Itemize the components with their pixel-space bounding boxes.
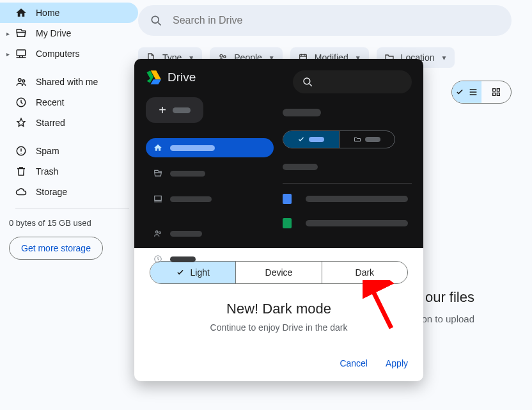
nav-spam[interactable]: Spam (0, 141, 138, 161)
cloud-icon (15, 186, 27, 198)
check-icon (455, 88, 464, 97)
svg-point-16 (159, 232, 160, 233)
search-icon (302, 76, 313, 88)
svg-point-5 (152, 16, 159, 23)
svg-point-6 (220, 54, 223, 57)
dialog-subtitle: Continue to enjoy Drive in the dark (134, 322, 423, 333)
placeholder-bar (283, 164, 318, 170)
home-icon (15, 7, 27, 19)
placeholder-bar (170, 231, 202, 237)
shared-icon (153, 229, 162, 238)
search-icon (150, 14, 162, 27)
placeholder-bar (170, 145, 215, 151)
dialog-actions: Cancel Apply (134, 333, 423, 381)
chevron-down-icon: ▼ (441, 54, 448, 61)
view-toggle (451, 81, 512, 104)
list-icon (468, 87, 478, 97)
svg-rect-0 (17, 50, 26, 56)
nav-starred[interactable]: Starred (0, 113, 138, 133)
nav-label: Storage (36, 187, 67, 197)
svg-rect-10 (497, 89, 499, 91)
check-icon (297, 136, 305, 143)
grid-icon (491, 87, 501, 97)
plus-icon: + (159, 103, 166, 118)
nav-label: Trash (36, 166, 58, 177)
nav-storage[interactable]: Storage (0, 182, 138, 202)
nav-trash[interactable]: Trash (0, 161, 138, 182)
svg-rect-9 (493, 89, 496, 91)
divider (283, 183, 412, 184)
star-icon (15, 117, 27, 129)
nav-label: Computers (36, 49, 79, 59)
search-input[interactable] (171, 14, 500, 27)
svg-point-13 (304, 78, 310, 84)
placeholder-bar (365, 137, 380, 142)
sidebar: Home ▸ My Drive ▸ Computers Shared with … (0, 0, 138, 410)
my-drive-icon (15, 28, 27, 39)
nav-my-drive[interactable]: ▸ My Drive (0, 23, 138, 43)
placeholder-bar (170, 196, 212, 202)
expand-icon[interactable]: ▸ (6, 51, 10, 58)
nav-label: My Drive (36, 28, 71, 38)
svg-point-15 (156, 231, 159, 233)
nav-label: Recent (36, 97, 64, 107)
search-bar[interactable] (138, 5, 512, 36)
empty-sub: on to upload (421, 313, 474, 324)
dialog-title: New! Dark mode (134, 301, 423, 317)
svg-rect-12 (497, 93, 499, 95)
cancel-button[interactable]: Cancel (340, 358, 368, 368)
placeholder-bar (283, 109, 321, 116)
my-drive-icon (153, 169, 162, 178)
nav-label: Shared with me (36, 77, 98, 87)
placeholder-bar (170, 256, 196, 262)
spam-icon (15, 145, 27, 157)
preview-search (293, 70, 412, 93)
preview-nav (146, 138, 274, 269)
preview-content (283, 109, 412, 242)
drive-logo-icon (146, 70, 161, 84)
preview-toggle (283, 130, 395, 148)
svg-point-2 (22, 80, 25, 83)
nav-label: Home (36, 8, 59, 18)
recent-icon (15, 97, 27, 108)
nav-computers[interactable]: ▸ Computers (0, 43, 138, 64)
placeholder-bar (170, 171, 205, 177)
placeholder-bar (306, 196, 408, 202)
segment-dark[interactable]: Dark (322, 262, 407, 283)
expand-icon[interactable]: ▸ (6, 30, 10, 37)
get-storage-button[interactable]: Get more storage (9, 237, 103, 260)
trash-icon (15, 166, 27, 177)
placeholder-bar (309, 137, 324, 142)
brand-label: Drive (168, 70, 196, 84)
computers-icon (15, 48, 27, 59)
apply-button[interactable]: Apply (386, 358, 408, 368)
home-icon (153, 143, 162, 152)
svg-rect-14 (155, 196, 162, 200)
segment-label: Dark (356, 267, 375, 278)
recent-icon (153, 255, 162, 264)
nav-label: Spam (36, 146, 59, 156)
folder-icon (354, 136, 361, 143)
docs-icon (283, 194, 292, 204)
sheets-icon (283, 218, 292, 228)
svg-rect-11 (493, 93, 496, 95)
placeholder-bar (173, 107, 191, 113)
segment-label: Device (265, 267, 293, 278)
empty-title: our files (425, 289, 474, 306)
view-grid[interactable] (481, 81, 511, 103)
storage-quota: 0 bytes of 15 GB used (0, 218, 138, 228)
computers-icon (153, 194, 162, 203)
view-list[interactable] (452, 81, 481, 103)
dark-preview: Drive + (134, 59, 423, 248)
nav-recent[interactable]: Recent (0, 92, 138, 113)
nav-home[interactable]: Home (0, 3, 138, 23)
placeholder-bar (306, 220, 408, 226)
shared-icon (15, 76, 27, 88)
svg-point-7 (224, 56, 226, 58)
preview-new: + (146, 97, 203, 123)
appearance-dialog: Drive + (134, 59, 423, 381)
nav-shared[interactable]: Shared with me (0, 72, 138, 92)
divider (15, 209, 129, 209)
segment-label: Light (190, 267, 209, 278)
svg-point-1 (19, 79, 22, 82)
